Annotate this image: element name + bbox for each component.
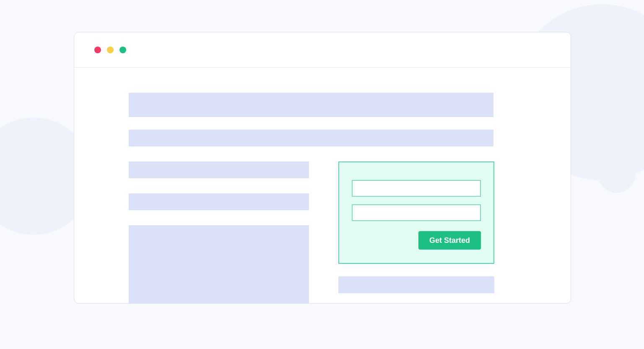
- bg-circle-decor: [598, 155, 636, 193]
- placeholder-block: [129, 225, 309, 304]
- form-field-2[interactable]: [352, 204, 481, 221]
- window-close-icon[interactable]: [94, 47, 101, 53]
- right-column: Get Started: [338, 161, 494, 304]
- left-column: [129, 161, 309, 304]
- placeholder-block: [129, 93, 493, 117]
- page-content: Get Started: [74, 68, 571, 304]
- browser-window: Get Started: [74, 32, 571, 304]
- signup-form: Get Started: [338, 161, 494, 264]
- form-field-1[interactable]: [352, 180, 481, 197]
- placeholder-block: [338, 276, 494, 293]
- placeholder-block: [129, 130, 493, 146]
- placeholder-block: [129, 161, 309, 178]
- placeholder-block: [129, 193, 309, 210]
- titlebar: [74, 32, 571, 68]
- get-started-button[interactable]: Get Started: [418, 231, 481, 250]
- window-minimize-icon[interactable]: [107, 47, 114, 53]
- window-maximize-icon[interactable]: [119, 47, 126, 53]
